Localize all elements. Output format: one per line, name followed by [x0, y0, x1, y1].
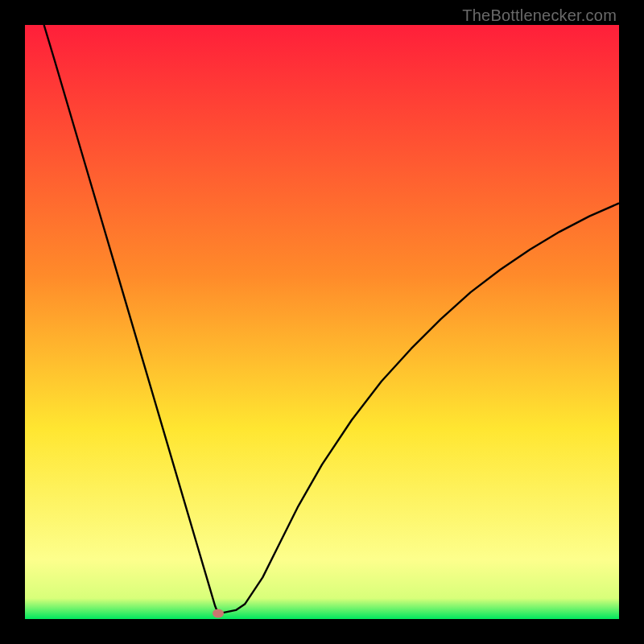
chart-container: TheBottlenecker.com — [0, 0, 644, 644]
bottleneck-curve — [25, 25, 619, 619]
optimum-marker — [213, 609, 224, 617]
watermark-text: TheBottlenecker.com — [462, 6, 617, 25]
plot-area — [25, 25, 619, 619]
